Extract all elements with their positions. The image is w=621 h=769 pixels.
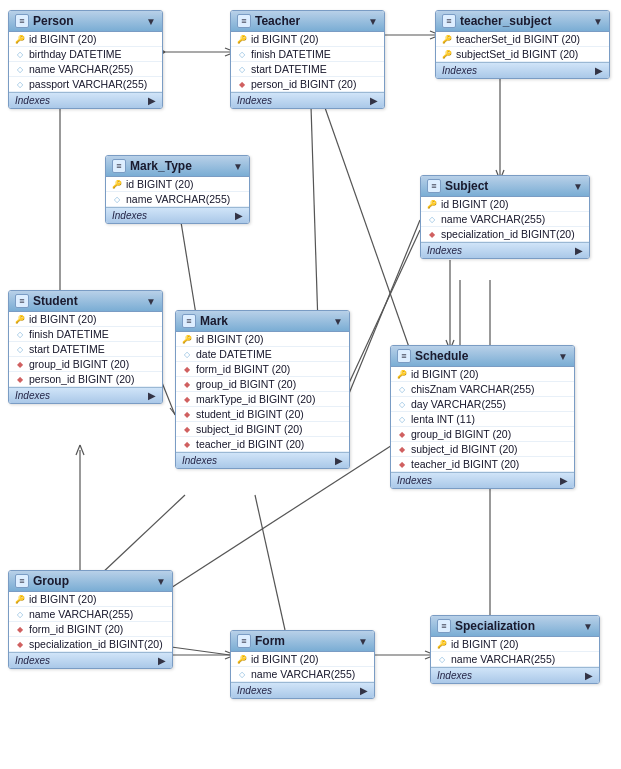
field-icon: ◇	[112, 194, 122, 204]
indexes-arrow: ▶	[235, 210, 243, 221]
field-name: name VARCHAR(255)	[451, 653, 555, 665]
table-schedule-header[interactable]: ≡ Schedule ▼	[391, 346, 574, 367]
table-subject-header[interactable]: ≡ Subject ▼	[421, 176, 589, 197]
table-title: Student	[33, 294, 142, 308]
field-row: ◆ group_id BIGINT (20)	[391, 427, 574, 442]
header-arrow: ▼	[593, 16, 603, 27]
field-row: ◇ name VARCHAR(255)	[421, 212, 589, 227]
field-icon: ◇	[237, 49, 247, 59]
field-row: ◇ finish DATETIME	[9, 327, 162, 342]
table-specialization-header[interactable]: ≡ Specialization ▼	[431, 616, 599, 637]
field-icon: ◇	[15, 79, 25, 89]
table-title: Mark	[200, 314, 329, 328]
fk-icon: ◆	[182, 439, 192, 449]
field-name: id BIGINT (20)	[29, 33, 97, 45]
pk-icon: 🔑	[237, 654, 247, 664]
field-icon: ◇	[237, 64, 247, 74]
field-name: start DATETIME	[29, 343, 105, 355]
header-arrow: ▼	[558, 351, 568, 362]
field-name: group_id BIGINT (20)	[196, 378, 296, 390]
fk-icon: ◆	[397, 459, 407, 469]
table-mark-type: ≡ Mark_Type ▼ 🔑 id BIGINT (20) ◇ name VA…	[105, 155, 250, 224]
table-title: Form	[255, 634, 354, 648]
fk-icon: ◆	[182, 409, 192, 419]
field-name: markType_id BIGINT (20)	[196, 393, 315, 405]
table-title: Teacher	[255, 14, 364, 28]
field-name: subject_id BIGINT (20)	[196, 423, 303, 435]
table-indexes[interactable]: Indexes ▶	[9, 652, 172, 668]
field-name: name VARCHAR(255)	[29, 608, 133, 620]
table-group: ≡ Group ▼ 🔑 id BIGINT (20) ◇ name VARCHA…	[8, 570, 173, 669]
table-teacher-subject-header[interactable]: ≡ teacher_subject ▼	[436, 11, 609, 32]
field-row: ◆ group_id BIGINT (20)	[176, 377, 349, 392]
fk-icon: ◆	[182, 379, 192, 389]
table-indexes[interactable]: Indexes ▶	[231, 92, 384, 108]
indexes-label: Indexes	[237, 685, 272, 696]
field-name: id BIGINT (20)	[251, 653, 319, 665]
field-row: ◆ group_id BIGINT (20)	[9, 357, 162, 372]
indexes-arrow: ▶	[575, 245, 583, 256]
table-icon: ≡	[237, 14, 251, 28]
table-indexes[interactable]: Indexes ▶	[9, 387, 162, 403]
table-mark-header[interactable]: ≡ Mark ▼	[176, 311, 349, 332]
indexes-arrow: ▶	[148, 95, 156, 106]
table-indexes[interactable]: Indexes ▶	[436, 62, 609, 78]
field-name: form_id BIGINT (20)	[196, 363, 290, 375]
field-row: ◇ birthday DATETIME	[9, 47, 162, 62]
table-indexes[interactable]: Indexes ▶	[231, 682, 374, 698]
header-arrow: ▼	[368, 16, 378, 27]
field-row: ◆ form_id BIGINT (20)	[176, 362, 349, 377]
pk-icon: 🔑	[237, 34, 247, 44]
field-row: 🔑 teacherSet_id BIGINT (20)	[436, 32, 609, 47]
table-indexes[interactable]: Indexes ▶	[421, 242, 589, 258]
table-student: ≡ Student ▼ 🔑 id BIGINT (20) ◇ finish DA…	[8, 290, 163, 404]
fk-icon: ◆	[237, 79, 247, 89]
table-teacher-subject: ≡ teacher_subject ▼ 🔑 teacherSet_id BIGI…	[435, 10, 610, 79]
field-name: specialization_id BIGINT(20)	[441, 228, 575, 240]
field-row: 🔑 id BIGINT (20)	[9, 32, 162, 47]
field-row: ◆ subject_id BIGINT (20)	[391, 442, 574, 457]
field-name: teacher_id BIGINT (20)	[411, 458, 519, 470]
indexes-label: Indexes	[427, 245, 462, 256]
field-row: 🔑 id BIGINT (20)	[421, 197, 589, 212]
field-name: person_id BIGINT (20)	[251, 78, 356, 90]
indexes-label: Indexes	[15, 655, 50, 666]
table-teacher-header[interactable]: ≡ Teacher ▼	[231, 11, 384, 32]
field-icon: ◇	[427, 214, 437, 224]
pk-icon: 🔑	[437, 639, 447, 649]
field-row: ◆ subject_id BIGINT (20)	[176, 422, 349, 437]
field-name: name VARCHAR(255)	[441, 213, 545, 225]
table-title: Mark_Type	[130, 159, 229, 173]
field-row: ◇ day VARCHAR(255)	[391, 397, 574, 412]
field-row: 🔑 id BIGINT (20)	[391, 367, 574, 382]
field-name: id BIGINT (20)	[196, 333, 264, 345]
table-indexes[interactable]: Indexes ▶	[176, 452, 349, 468]
table-student-header[interactable]: ≡ Student ▼	[9, 291, 162, 312]
field-row: ◇ name VARCHAR(255)	[9, 62, 162, 77]
table-form-header[interactable]: ≡ Form ▼	[231, 631, 374, 652]
field-row: 🔑 id BIGINT (20)	[231, 652, 374, 667]
field-name: id BIGINT (20)	[251, 33, 319, 45]
svg-line-28	[80, 445, 84, 455]
table-indexes[interactable]: Indexes ▶	[391, 472, 574, 488]
field-name: passport VARCHAR(255)	[29, 78, 147, 90]
pk-icon: 🔑	[442, 34, 452, 44]
field-row: 🔑 id BIGINT (20)	[106, 177, 249, 192]
table-indexes[interactable]: Indexes ▶	[106, 207, 249, 223]
field-row: ◇ name VARCHAR(255)	[231, 667, 374, 682]
table-group-header[interactable]: ≡ Group ▼	[9, 571, 172, 592]
pk-icon: 🔑	[442, 49, 452, 59]
field-name: group_id BIGINT (20)	[411, 428, 511, 440]
field-name: teacherSet_id BIGINT (20)	[456, 33, 580, 45]
table-icon: ≡	[397, 349, 411, 363]
table-mark-type-header[interactable]: ≡ Mark_Type ▼	[106, 156, 249, 177]
table-indexes[interactable]: Indexes ▶	[431, 667, 599, 683]
field-name: start DATETIME	[251, 63, 327, 75]
header-arrow: ▼	[573, 181, 583, 192]
field-name: birthday DATETIME	[29, 48, 122, 60]
table-person-header[interactable]: ≡ Person ▼	[9, 11, 162, 32]
table-indexes[interactable]: Indexes ▶	[9, 92, 162, 108]
field-icon: ◇	[397, 384, 407, 394]
pk-icon: 🔑	[182, 334, 192, 344]
indexes-arrow: ▶	[360, 685, 368, 696]
